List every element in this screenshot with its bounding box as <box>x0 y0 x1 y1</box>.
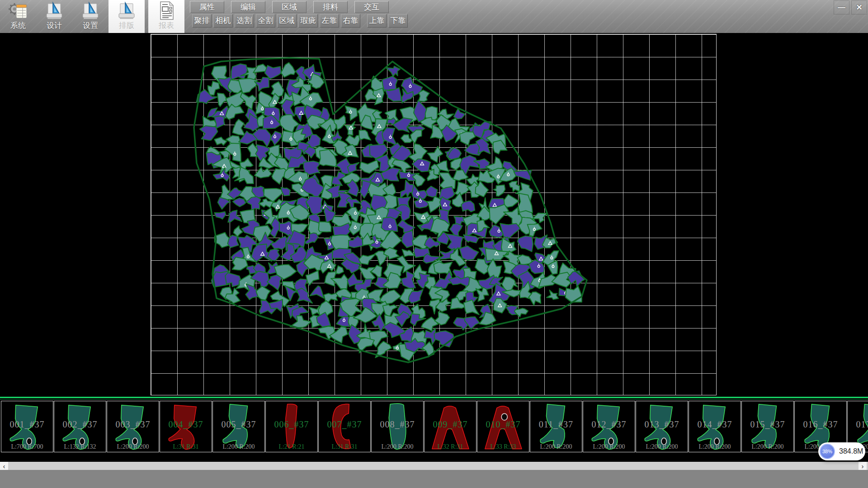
piece-lr-count: L:200 R:200 <box>636 443 688 450</box>
piece-thumbnail-012_#37[interactable]: 012_#37L:200 R:200 <box>583 401 635 452</box>
memory-usage: 384.8M <box>839 447 863 455</box>
piece-lr-count: L:33 R:33 <box>477 443 529 450</box>
app-button-group: 系统设计设置排版报表 <box>0 0 184 33</box>
tool-button-3[interactable]: 选割 <box>235 14 254 28</box>
piece-id-label: 003_#37 <box>107 419 159 430</box>
piece-thumbnail-008_#37[interactable]: 008_#37L:200 R:200 <box>371 401 424 452</box>
menu-tab-5[interactable]: 交互 <box>354 1 389 13</box>
piece-id-label: 012_#37 <box>583 419 635 430</box>
tool-button-7[interactable]: 左靠 <box>320 14 339 28</box>
report-icon <box>148 1 184 21</box>
piece-id-label: 014_#37 <box>689 419 741 430</box>
tool-button-1[interactable]: 聚排 <box>192 14 212 28</box>
app-button-label: 排版 <box>108 21 145 31</box>
piece-thumbnail-010_#37[interactable]: 010_#37L:33 R:33 <box>477 401 529 452</box>
piece-lr-count: L:200 R:200 <box>742 443 793 450</box>
piece-thumbnail-strip: 001_#37L:700 R:700002_#37L:132 R:132003_… <box>0 397 868 463</box>
piece-id-label: 010_#37 <box>477 419 529 430</box>
menu-tab-2[interactable]: 编辑 <box>231 1 265 13</box>
app-button-system[interactable]: 系统 <box>0 0 36 33</box>
piece-thumbnail-002_#37[interactable]: 002_#37L:132 R:132 <box>54 401 106 452</box>
piece-thumbnail-007_#37[interactable]: 007_#37L:31 R:31 <box>318 401 371 452</box>
piece-lr-count: L:21 R:21 <box>266 443 317 450</box>
piece-lr-count: L:200 R:200 <box>213 443 264 450</box>
piece-id-label: 008_#37 <box>372 419 423 430</box>
piece-lr-count: L:700 R:700 <box>1 443 53 450</box>
piece-thumbnail-006_#37[interactable]: 006_#37L:21 R:21 <box>265 401 318 452</box>
piece-lr-count: L:31 R:31 <box>160 443 212 450</box>
minimize-button[interactable]: — <box>834 0 849 14</box>
strip-accent-line <box>0 399 868 399</box>
piece-thumbnail-004_#37[interactable]: 004_#37L:31 R:31 <box>160 401 212 452</box>
progress-percent: 38% <box>820 444 835 459</box>
piece-thumbnail-list: 001_#37L:700 R:700002_#37L:132 R:132003_… <box>1 401 868 452</box>
piece-thumbnail-014_#37[interactable]: 014_#37L:200 R:200 <box>689 401 741 452</box>
piece-id-label: 011_#37 <box>530 419 582 430</box>
app-button-label: 系统 <box>0 21 36 31</box>
piece-id-label: 016_#37 <box>795 419 846 430</box>
piece-thumbnail-009_#37[interactable]: 009_#37L:32 R:31 <box>424 401 476 452</box>
close-button[interactable]: ✕ <box>851 0 867 14</box>
menu-tab-3[interactable]: 区域 <box>272 1 307 13</box>
nested-hide-drawing[interactable] <box>0 33 868 397</box>
piece-thumbnail-011_#37[interactable]: 011_#37L:200 R:200 <box>530 401 582 452</box>
piece-lr-count: L:132 R:132 <box>54 443 106 450</box>
tool-button-5[interactable]: 区域 <box>277 14 297 28</box>
piece-id-label: 002_#37 <box>54 419 106 430</box>
piece-thumbnail-013_#37[interactable]: 013_#37L:200 R:200 <box>636 401 688 452</box>
window-controls: — ✕ <box>834 0 867 14</box>
app-button-label: 设计 <box>36 21 72 31</box>
app-window: 系统设计设置排版报表 属性编辑区域排料交互 聚排相机选割全割区域瑕疵左靠右靠上靠… <box>0 0 868 488</box>
piece-id-label: 007_#37 <box>319 419 370 430</box>
piece-lr-count: L:200 R:200 <box>372 443 423 450</box>
app-button-layout[interactable]: 排版 <box>108 0 145 33</box>
app-button-design[interactable]: 设计 <box>36 0 72 33</box>
tool-button-row: 聚排相机选割全割区域瑕疵左靠右靠上靠下靠 <box>192 14 408 28</box>
status-bar <box>0 470 868 488</box>
piece-lr-count: L:32 R:31 <box>425 443 476 450</box>
tool-button-6[interactable]: 瑕疵 <box>298 14 318 28</box>
app-button-report[interactable]: 报表 <box>148 0 184 33</box>
piece-id-label: 005_#37 <box>213 419 264 430</box>
piece-lr-count: L:31 R:31 <box>319 443 370 450</box>
piece-lr-count: L:200 R:200 <box>107 443 159 450</box>
app-button-label: 设置 <box>72 21 108 31</box>
piece-thumbnail-015_#37[interactable]: 015_#37L:200 R:200 <box>741 401 794 452</box>
settings-icon <box>72 1 108 21</box>
main-toolbar: 系统设计设置排版报表 属性编辑区域排料交互 聚排相机选割全割区域瑕疵左靠右靠上靠… <box>0 0 868 33</box>
system-icon <box>0 1 36 21</box>
piece-id-label: 006_#37 <box>266 419 317 430</box>
layout-icon <box>108 1 145 21</box>
piece-thumbnail-005_#37[interactable]: 005_#37L:200 R:200 <box>212 401 265 452</box>
piece-lr-count: L:200 R:200 <box>689 443 741 450</box>
progress-badge[interactable]: 38% 384.8M <box>818 442 865 460</box>
tool-button-4[interactable]: 全割 <box>256 14 275 28</box>
piece-lr-count: L:200 R:200 <box>530 443 582 450</box>
app-button-label: 报表 <box>148 21 184 31</box>
design-icon <box>36 1 72 21</box>
piece-id-label: 004_#37 <box>160 419 212 430</box>
scroll-right-icon[interactable]: › <box>859 462 867 470</box>
piece-id-label: 009_#37 <box>425 419 476 430</box>
piece-thumbnail-001_#37[interactable]: 001_#37L:700 R:700 <box>1 401 53 452</box>
menu-tab-1[interactable]: 属性 <box>190 1 224 13</box>
piece-id-label: 013_#37 <box>636 419 688 430</box>
piece-id-label: 001_#37 <box>1 419 53 430</box>
tool-button-2[interactable]: 相机 <box>213 14 233 28</box>
app-button-settings[interactable]: 设置 <box>72 0 108 33</box>
piece-id-label: 015_#37 <box>742 419 793 430</box>
scroll-left-icon[interactable]: ‹ <box>0 462 8 470</box>
piece-id-label: 017_#37 <box>848 419 868 430</box>
piece-lr-count: L:200 R:200 <box>583 443 635 450</box>
tool-button-8[interactable]: 右靠 <box>341 14 360 28</box>
menu-tab-row: 属性编辑区域排料交互 <box>190 1 389 13</box>
piece-thumbnail-003_#37[interactable]: 003_#37L:200 R:200 <box>107 401 159 452</box>
tool-button-9[interactable]: 上靠 <box>367 14 387 28</box>
horizontal-scrollbar[interactable]: ‹ › <box>0 462 868 470</box>
tool-button-10[interactable]: 下靠 <box>388 14 408 28</box>
menu-tab-4[interactable]: 排料 <box>313 1 348 13</box>
nesting-canvas[interactable] <box>0 33 868 397</box>
